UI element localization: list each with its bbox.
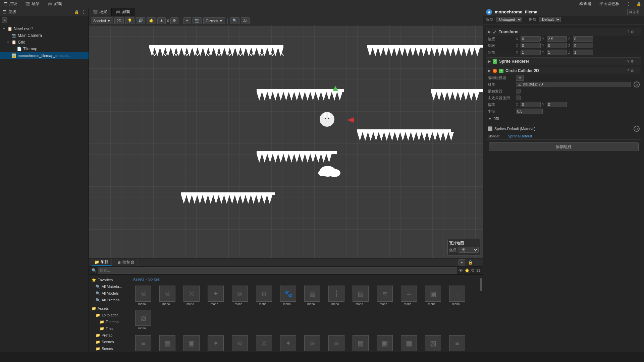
circle-collider-header[interactable]: ▶ ● ✓ Circle Collider 2D ? ⚙ ⋮ bbox=[486, 67, 641, 74]
assets-eye[interactable]: 👁 bbox=[459, 268, 463, 273]
sprite-item[interactable]: ▧ mono... bbox=[422, 334, 444, 352]
lighting-btn[interactable]: 💡 bbox=[125, 17, 135, 24]
menu-scene[interactable]: 🎬 场景 bbox=[24, 0, 41, 8]
2d-btn[interactable]: 2D bbox=[114, 17, 124, 24]
shaded-btn[interactable]: Shaded ▼ bbox=[91, 17, 113, 24]
sprite-item[interactable]: ▦ mono... bbox=[156, 334, 179, 352]
sprite-item[interactable]: ≈ mono... bbox=[397, 284, 420, 307]
sprite-item[interactable]: · mono... bbox=[446, 284, 469, 307]
hierarchy-lock[interactable]: 🔒 bbox=[74, 10, 79, 14]
add-component-btn[interactable]: 添加组件 bbox=[489, 142, 639, 151]
sprite-item[interactable]: ☠ mono... bbox=[132, 284, 155, 307]
sprite-item[interactable]: ⚔ mono... bbox=[253, 334, 275, 352]
scissors-btn[interactable]: ✂ bbox=[183, 17, 191, 24]
scale-z-input[interactable] bbox=[573, 50, 593, 55]
sprite-item[interactable]: ☠ mono... bbox=[228, 334, 251, 352]
sprite-item[interactable]: ✦ mono... bbox=[204, 284, 227, 307]
hidden-btn[interactable]: 👁 bbox=[157, 17, 166, 24]
material-link-btn[interactable]: ⊙ bbox=[634, 81, 640, 87]
sr-settings-btn[interactable]: ⚙ bbox=[631, 59, 634, 64]
material-ref[interactable]: 无（物理材质 2D） bbox=[516, 82, 631, 87]
sprite-renderer-header[interactable]: ▶ ✓ Sprite Renderer ? ⚙ ⋮ bbox=[486, 58, 641, 65]
pos-z-input[interactable] bbox=[573, 36, 593, 42]
tree-item-mono[interactable]: ▶ 🖼️ monochrome_tilemap_transpa... bbox=[0, 52, 89, 59]
bottom-add-btn[interactable]: + bbox=[459, 259, 465, 265]
sprite-item[interactable]: ▣ mono... bbox=[373, 334, 396, 352]
sidebar-all-models[interactable]: 🔍 All Models bbox=[89, 290, 129, 297]
sprite-item[interactable]: ▣ mono... bbox=[180, 334, 203, 352]
rot-x-input[interactable] bbox=[521, 43, 541, 48]
radius-input[interactable] bbox=[516, 109, 543, 114]
offset-y-input[interactable] bbox=[547, 102, 567, 107]
gizmos-btn[interactable]: Gizmos ▼ bbox=[203, 17, 225, 24]
breadcrumb-sprites[interactable]: Sprites bbox=[148, 277, 160, 281]
hierarchy-more[interactable]: ⋮ bbox=[81, 9, 86, 15]
sidebar-tiles[interactable]: 📁 Tiles bbox=[89, 325, 129, 332]
rot-y-input[interactable] bbox=[547, 43, 567, 48]
search-btn[interactable]: 🔍 bbox=[230, 17, 239, 24]
misc-btn[interactable]: ⚙ bbox=[170, 17, 178, 24]
sidebar-1bitplatfor[interactable]: 📁 1bitplatfor... bbox=[89, 312, 129, 318]
sprite-item[interactable]: ⚙ mono... bbox=[253, 284, 275, 307]
breadcrumb-assets[interactable]: Assets bbox=[133, 277, 144, 281]
sr-more-btn[interactable]: ⋮ bbox=[635, 59, 639, 64]
sprite-item[interactable]: ▦ mono... bbox=[397, 334, 420, 352]
scrollbar-thumb[interactable] bbox=[480, 278, 482, 291]
tree-item-tilemap[interactable]: ▶ 📄 Tilemap bbox=[0, 46, 89, 52]
scale-x-input[interactable] bbox=[521, 50, 541, 55]
assets-settings[interactable]: ⚙ bbox=[471, 268, 475, 273]
inspector-tab[interactable]: 检查器 bbox=[578, 0, 593, 8]
all-btn[interactable]: All bbox=[241, 17, 250, 24]
top-lock-btn[interactable]: 🔒 bbox=[636, 2, 641, 6]
menu-game[interactable]: 🎮 游戏 bbox=[46, 0, 63, 8]
project-tab[interactable]: 📁 项目 bbox=[92, 258, 112, 266]
pos-x-input[interactable] bbox=[521, 36, 541, 42]
cc-info-btn[interactable]: ? bbox=[627, 69, 629, 73]
cc-settings-btn[interactable]: ⚙ bbox=[631, 69, 634, 73]
sprite-item[interactable]: ≡ mono... bbox=[446, 334, 469, 352]
layer-select[interactable]: Default bbox=[539, 17, 561, 22]
scale-y-input[interactable] bbox=[547, 50, 567, 55]
transform-info-btn[interactable]: ? bbox=[627, 30, 629, 34]
sidebar-favorites[interactable]: ⭐ Favorites bbox=[89, 277, 129, 283]
trigger-checkbox[interactable] bbox=[516, 89, 521, 94]
info-row[interactable]: ▶ Info bbox=[486, 115, 641, 122]
sprite-item[interactable]: ☠ mono... bbox=[156, 284, 179, 307]
sprite-item[interactable]: ▤ mono... bbox=[349, 334, 372, 352]
sidebar-all-materials[interactable]: 🔍 All Materia... bbox=[89, 283, 129, 290]
rot-z-input[interactable] bbox=[573, 43, 593, 48]
top-more-btn[interactable]: ⋮ bbox=[626, 1, 631, 7]
sprite-item[interactable]: ▦ mono... bbox=[301, 284, 324, 307]
focus-select[interactable]: 无 bbox=[459, 247, 479, 253]
pos-y-input[interactable] bbox=[547, 36, 567, 42]
sprite-item[interactable]: ⚔ mono... bbox=[180, 284, 203, 307]
mat-link-btn[interactable]: ⊙ bbox=[634, 126, 640, 132]
effects-btn[interactable]: 🌟 bbox=[147, 17, 156, 24]
assets-scrollbar[interactable] bbox=[479, 275, 483, 352]
sprite-item[interactable]: ≡ mono... bbox=[132, 334, 155, 352]
scene-tab[interactable]: 🎬 场景 bbox=[89, 8, 112, 16]
sidebar-assets-root[interactable]: 📁 Assets bbox=[89, 305, 129, 312]
offset-x-input[interactable] bbox=[521, 102, 541, 107]
cc-more-btn[interactable]: ⋮ bbox=[635, 69, 639, 73]
sprite-item[interactable]: ✦ mono... bbox=[277, 334, 300, 352]
tag-select[interactable]: Untagged bbox=[496, 17, 522, 22]
sprite-item[interactable]: ▤ mono... bbox=[349, 284, 372, 307]
sprite-item[interactable]: ☠ mono... bbox=[325, 334, 348, 352]
console-tab[interactable]: 🖥 控制台 bbox=[114, 258, 138, 266]
sidebar-prefab[interactable]: 📁 Prefab bbox=[89, 332, 129, 339]
sr-info-btn[interactable]: ? bbox=[627, 59, 629, 64]
transform-more-btn[interactable]: ⋮ bbox=[635, 30, 639, 34]
bottom-lock[interactable]: 🔒 bbox=[468, 260, 473, 265]
assets-star[interactable]: ⭐ bbox=[465, 268, 470, 273]
shader-value[interactable]: Sprites/Default bbox=[508, 134, 532, 138]
tree-item-newlevel[interactable]: ▼ 📋 NewLevel* ⋮ bbox=[0, 25, 89, 32]
sprite-item[interactable]: ▧ mono... bbox=[132, 308, 155, 331]
tree-item-main-camera[interactable]: ▶ 📷 Main Camera bbox=[0, 32, 89, 39]
sidebar-all-prefabs[interactable]: 🔍 All Prefabs bbox=[89, 297, 129, 303]
game-tab[interactable]: 🎮 游戏 bbox=[112, 8, 135, 16]
tree-item-grid[interactable]: ▼ 📋 Grid bbox=[0, 39, 89, 46]
newlevel-options[interactable]: ⋮ bbox=[85, 27, 89, 31]
audio-btn[interactable]: 🔊 bbox=[136, 17, 145, 24]
sprite-item[interactable]: ▣ mono... bbox=[422, 284, 444, 307]
